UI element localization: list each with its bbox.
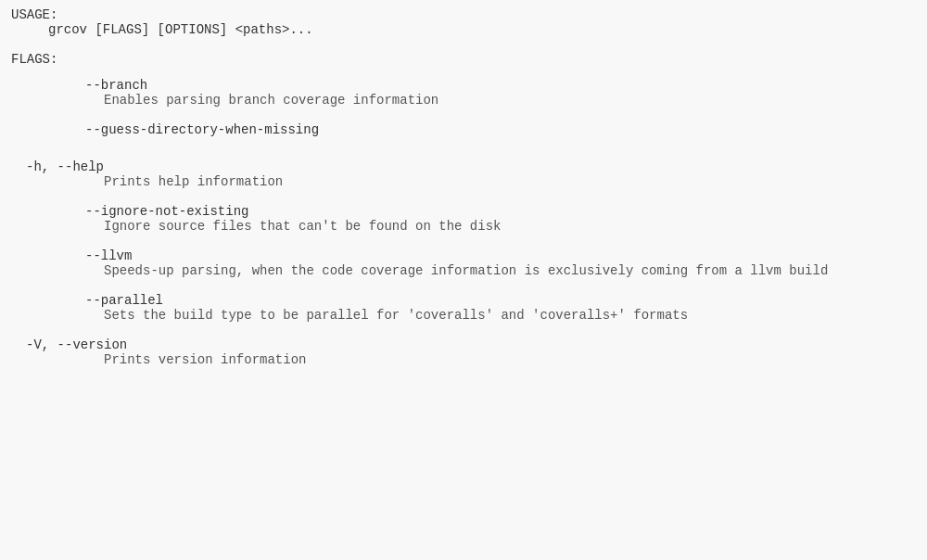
flag-group-llvm: --llvm Speeds-up parsing, when the code …: [11, 248, 916, 278]
flag-name-version: -V, --version: [11, 337, 916, 352]
flag-desc-llvm: Speeds-up parsing, when the code coverag…: [11, 263, 916, 278]
flag-name-llvm: --llvm: [11, 248, 916, 263]
usage-section: USAGE: grcov [FLAGS] [OPTIONS] <paths>..…: [11, 7, 916, 37]
usage-command: grcov [FLAGS] [OPTIONS] <paths>...: [11, 22, 916, 37]
flag-desc-version: Prints version information: [11, 352, 916, 367]
flag-name-guess: --guess-directory-when-missing: [11, 122, 916, 137]
usage-label: USAGE:: [11, 7, 57, 22]
flags-section: FLAGS: --branch Enables parsing branch c…: [11, 52, 916, 367]
flag-desc-help: Prints help information: [11, 174, 916, 189]
flag-group-version: -V, --version Prints version information: [11, 337, 916, 367]
flag-desc-ignore: Ignore source files that can't be found …: [11, 219, 916, 234]
flag-desc-parallel: Sets the build type to be parallel for '…: [11, 308, 916, 323]
flag-desc-branch: Enables parsing branch coverage informat…: [11, 93, 916, 108]
flag-name-branch: --branch: [11, 78, 916, 93]
flag-group-parallel: --parallel Sets the build type to be par…: [11, 293, 916, 323]
flag-group-help: -h, --help Prints help information: [11, 159, 916, 189]
flags-label: FLAGS:: [11, 52, 57, 67]
flag-name-help: -h, --help: [11, 159, 916, 174]
flag-name-parallel: --parallel: [11, 293, 916, 308]
flag-group-branch: --branch Enables parsing branch coverage…: [11, 78, 916, 108]
flag-name-ignore: --ignore-not-existing: [11, 204, 916, 219]
flag-group-guess: --guess-directory-when-missing: [11, 122, 916, 145]
flag-group-ignore: --ignore-not-existing Ignore source file…: [11, 204, 916, 234]
